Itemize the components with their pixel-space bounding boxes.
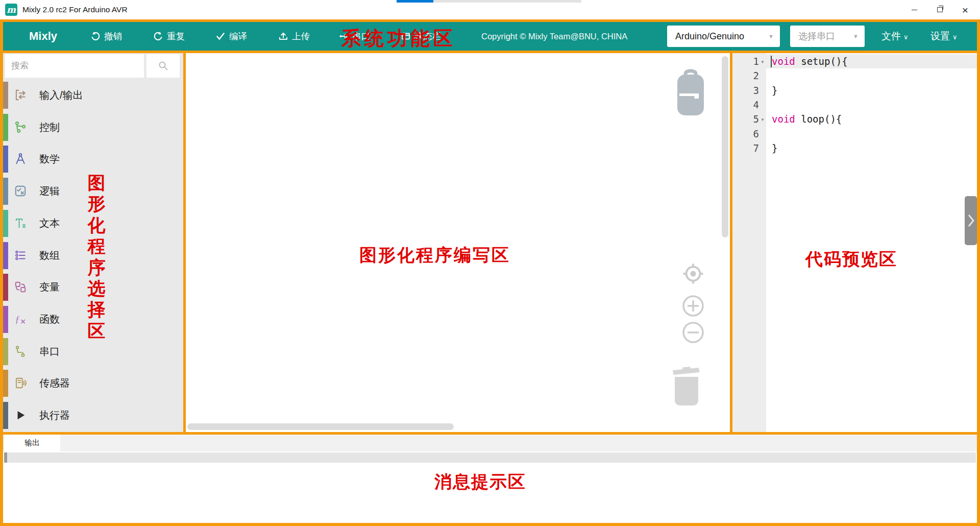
panel-collapse-tab[interactable] (965, 196, 977, 245)
minus-icon (682, 321, 704, 344)
board-dropdown-value: Arduino/Genuino (675, 31, 744, 42)
plus-icon (682, 295, 704, 317)
file-menu[interactable]: 文件∨ (881, 22, 909, 51)
statusbar-icon (401, 31, 411, 41)
blockly-workspace[interactable] (186, 53, 730, 432)
frame-code-divider (730, 53, 732, 432)
fold-spacer (759, 104, 766, 105)
settings-menu[interactable]: 设置∨ (930, 22, 958, 51)
code-preview-panel: 1▼void setup(){23}45▼void loop(){67} (732, 53, 977, 432)
sidebar-item-text[interactable]: 文本 (3, 207, 183, 239)
category-color-bar (3, 338, 8, 365)
code-lines: 1▼void setup(){23}45▼void loop(){67} (732, 54, 977, 155)
category-color-bar (3, 178, 8, 205)
fold-arrow-icon[interactable]: ▼ (759, 116, 766, 122)
sidebar-item-io[interactable]: 输入/输出 (3, 79, 183, 111)
minimize-icon (912, 10, 917, 10)
mixly-logo-icon: m (5, 4, 17, 16)
vertical-scrollbar[interactable] (722, 56, 728, 237)
undo-button[interactable]: 撤销 (90, 22, 122, 51)
toolbar: Mixly 撤销重复编译上传串口状态栏 Copyright © Mixly Te… (3, 22, 977, 51)
copyright-text: Copyright © Mixly Team@BNU, CHINA (481, 22, 627, 51)
category-color-bar (3, 242, 8, 269)
frame-right (977, 19, 980, 526)
code-line: 3} (732, 83, 977, 98)
code-line: 4 (732, 98, 977, 112)
output-line (4, 452, 976, 463)
block-category-sidebar: 输入/输出控制数学逻辑文本数组变量ƒ函数串口传感器执行器 (3, 53, 183, 432)
search-input[interactable] (5, 54, 144, 78)
sidebar-item-actuator[interactable]: 执行器 (3, 399, 183, 431)
sidebar-item-array[interactable]: 数组 (3, 240, 183, 271)
redo-button[interactable]: 重复 (153, 22, 185, 51)
search-button[interactable] (146, 54, 180, 78)
sidebar-item-logic[interactable]: 逻辑 (3, 175, 183, 207)
fold-arrow-icon[interactable]: ▼ (759, 59, 766, 64)
frame-above-output (3, 432, 977, 435)
text-cursor (771, 56, 772, 67)
backpack-icon[interactable] (675, 68, 706, 118)
close-button[interactable]: × (952, 0, 978, 19)
brand-label[interactable]: Mixly (29, 22, 57, 51)
code-line: 1▼void setup(){ (732, 54, 977, 68)
variable-swap-icon (13, 280, 28, 294)
chevron-down-icon: ▼ (853, 33, 859, 39)
upload-icon (278, 31, 288, 41)
sidebar-item-sensor[interactable]: 传感器 (3, 367, 183, 399)
category-color-bar (3, 146, 8, 173)
serial-icon (338, 31, 349, 41)
loading-progress-bar (397, 0, 581, 3)
actuator-play-icon (13, 408, 28, 422)
compile-button[interactable]: 编译 (215, 22, 247, 51)
close-icon: × (962, 5, 968, 15)
io-arrows-icon (13, 88, 28, 102)
sidebar-item-math[interactable]: 数学 (3, 143, 183, 175)
frame-under-toolbar (3, 51, 977, 53)
minimize-button[interactable] (901, 0, 927, 19)
frame-sidebar-divider (183, 53, 186, 432)
compass-icon (13, 152, 28, 166)
statusbar-button[interactable]: 状态栏 (401, 22, 442, 51)
upload-button[interactable]: 上传 (278, 22, 310, 51)
chevron-right-icon (967, 213, 975, 228)
compile-icon (215, 31, 226, 41)
sidebar-item-variable[interactable]: 变量 (3, 271, 183, 303)
code-line: 6 (732, 126, 977, 140)
function-fx-icon: ƒ (13, 312, 28, 326)
horizontal-scrollbar[interactable] (187, 423, 454, 430)
tab-output[interactable]: 输出 (4, 435, 60, 451)
fold-spacer (759, 90, 766, 91)
zoom-out-button[interactable] (682, 321, 704, 346)
frame-left (0, 19, 3, 526)
chevron-down-icon: ∨ (903, 33, 909, 41)
category-color-bar (3, 306, 8, 333)
title-bar: m Mixly 2.0 rc2 For Arduino AVR × (0, 0, 980, 19)
restore-button[interactable] (927, 0, 952, 19)
sidebar-item-control[interactable]: 控制 (3, 111, 183, 143)
array-list-icon (13, 248, 28, 262)
undo-icon (90, 31, 101, 41)
window-controls: × (901, 0, 978, 19)
output-tabbar (3, 435, 977, 451)
trash-button[interactable] (670, 363, 703, 409)
crosshair-icon (682, 262, 704, 285)
fold-spacer (759, 148, 766, 149)
category-color-bar (3, 274, 8, 301)
frame-top (0, 19, 980, 22)
output-panel: 输出 (3, 435, 977, 523)
zoom-in-button[interactable] (682, 295, 704, 319)
port-dropdown[interactable]: 选择串口 ▼ (790, 26, 865, 47)
redo-icon (153, 31, 163, 41)
fold-spacer (759, 133, 766, 134)
sidebar-item-serial[interactable]: 串口 (3, 336, 183, 367)
serial-button[interactable]: 串口 (338, 22, 370, 51)
category-color-bar (3, 82, 8, 109)
center-view-button[interactable] (682, 262, 704, 287)
text-icon (13, 216, 28, 230)
sensor-icon (13, 376, 28, 390)
code-line: 2 (732, 68, 977, 83)
restore-icon (937, 7, 943, 12)
category-color-bar (3, 210, 8, 237)
board-dropdown[interactable]: Arduino/Genuino ▼ (667, 26, 780, 47)
sidebar-item-function[interactable]: ƒ函数 (3, 303, 183, 335)
